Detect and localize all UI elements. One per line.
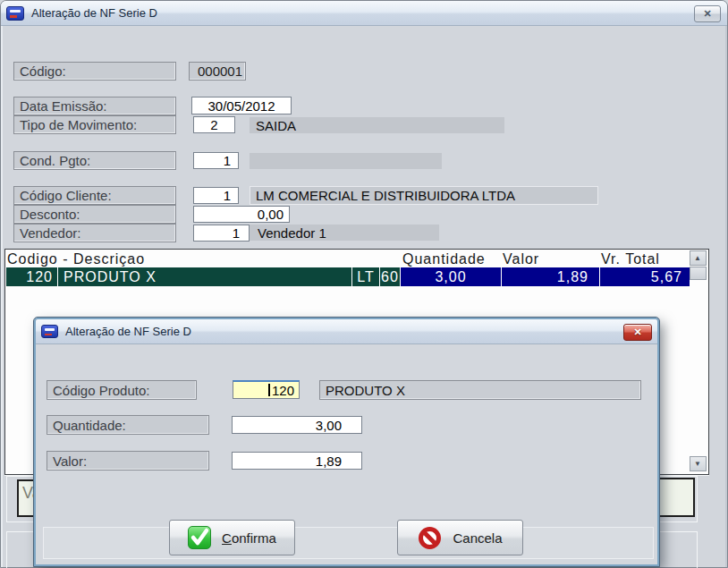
codigo-cliente-label: Código Cliente: (13, 186, 176, 205)
vendedor-input[interactable]: 1 (193, 225, 250, 242)
row-codigo: 120 (6, 267, 57, 286)
main-close-button[interactable]: ✕ (694, 5, 721, 22)
row-vr-total: 5,67 (599, 267, 690, 286)
tipo-movimento-description: SAIDA (250, 117, 504, 133)
header-valor: Valor (503, 250, 539, 267)
cond-pgto-input[interactable]: 1 (193, 152, 239, 169)
app-logo-icon (6, 6, 24, 21)
codigo-produto-label: Código Produto: (47, 380, 197, 400)
codigo-produto-input[interactable]: 120 (233, 380, 300, 399)
close-icon: ✕ (703, 8, 711, 20)
header-vr-total: Vr. Total (601, 250, 660, 267)
codigo-value: 000001 (189, 62, 246, 81)
confirm-button-label: Confirma (222, 530, 276, 546)
dialog-valor-label: Valor: (47, 451, 209, 471)
tipo-movimento-input[interactable]: 2 (193, 116, 235, 133)
items-table-header: Codigo - Descriçao Quantidade Valor Vr. … (5, 250, 687, 267)
dialog-title: Alteração de NF Serie D (65, 325, 191, 338)
cond-pgto-description (250, 153, 442, 169)
dialog-close-icon: ✕ (633, 326, 641, 338)
dialog-quantidade-label: Quantidade: (47, 415, 209, 435)
cancel-button-label: Cancela (453, 530, 502, 546)
cancel-button[interactable]: Cancela (397, 520, 523, 555)
dialog-window: Alteração de NF Serie D ✕ Código Produto… (34, 318, 659, 566)
dialog-app-logo-icon (41, 325, 58, 338)
up-arrow-icon: ▲ (694, 254, 702, 262)
dialog-close-button[interactable]: ✕ (623, 324, 652, 341)
cancel-icon (418, 526, 442, 550)
screen: Alteração de NF Serie D ✕ Código: 000001… (0, 0, 728, 568)
dialog-valor-input[interactable]: 1,89 (232, 452, 362, 470)
row-embalagem: 60 (379, 267, 400, 286)
dialog-quantidade-input[interactable]: 3,00 (232, 416, 362, 434)
codigo-produto-value: 120 (272, 383, 294, 398)
row-valor: 1,89 (501, 267, 599, 286)
codigo-cliente-input[interactable]: 1 (193, 187, 239, 204)
data-emissao-label: Data Emissão: (13, 97, 176, 115)
text-caret (268, 384, 270, 396)
desconto-input[interactable]: 0,00 (193, 206, 290, 223)
check-icon (188, 526, 211, 549)
vendedor-description: Vendedor 1 (250, 225, 439, 241)
tipo-movimento-label: Tipo de Movimento: (13, 115, 176, 134)
scroll-up-button[interactable]: ▲ (690, 250, 707, 266)
confirm-button[interactable]: Confirma (169, 520, 295, 555)
dialog-button-strip (43, 527, 654, 559)
down-arrow-icon: ▼ (694, 460, 702, 468)
vendedor-label: Vendedor: (13, 224, 176, 242)
codigo-label: Código: (13, 62, 176, 81)
produto-description: PRODUTO X (319, 380, 641, 400)
codigo-cliente-description: LM COMERCIAL E DISTRIBUIDORA LTDA (250, 186, 598, 205)
desconto-label: Desconto: (13, 205, 176, 224)
dialog-titlebar[interactable]: Alteração de NF Serie D ✕ (36, 319, 657, 344)
cond-pgto-label: Cond. Pgto: (13, 151, 176, 170)
main-window-title: Alteração de NF Serie D (31, 6, 157, 20)
row-unidade: LT (351, 267, 379, 286)
row-quantidade: 3,00 (400, 267, 501, 286)
header-codigo-descricao: Codigo - Descriçao (7, 250, 145, 267)
main-titlebar[interactable]: Alteração de NF Serie D ✕ (1, 1, 727, 26)
scroll-down-button[interactable]: ▼ (690, 456, 707, 471)
data-emissao-input[interactable]: 30/05/2012 (191, 97, 292, 114)
table-scrollbar[interactable]: ▲ ▼ (689, 250, 707, 475)
header-quantidade: Quantidade (402, 250, 486, 267)
row-descricao: PRODUTO X (57, 267, 351, 286)
table-row[interactable]: 120 PRODUTO X LT 60 3,00 1,89 5,67 (6, 267, 690, 286)
scroll-thumb[interactable] (690, 267, 707, 280)
